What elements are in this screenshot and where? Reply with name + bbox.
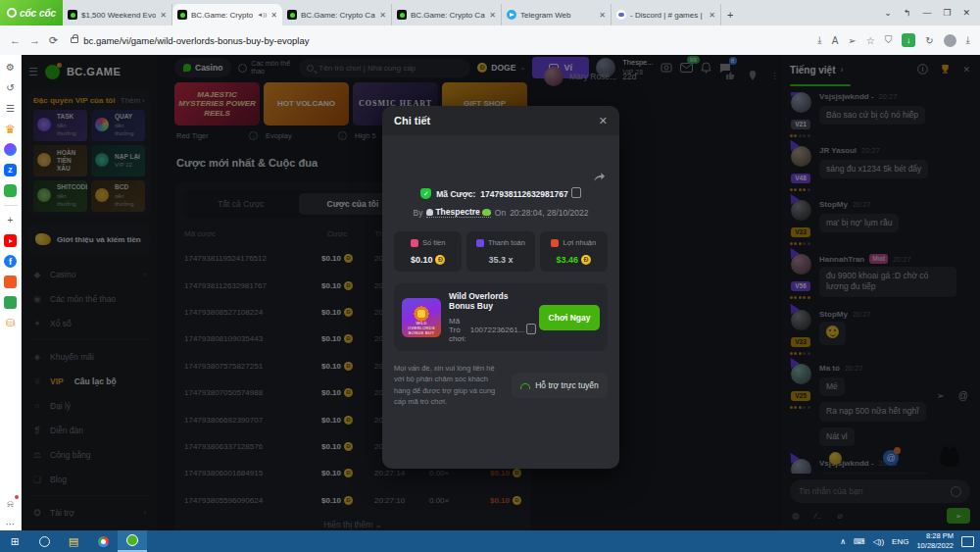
stat-profit: Lợi nhuận $3.46Ð: [540, 231, 608, 272]
network-icon[interactable]: ⌨: [854, 537, 865, 546]
coccoc-logo-icon: [7, 8, 17, 18]
green-app-icon[interactable]: [4, 296, 17, 309]
share-icon[interactable]: ➢: [848, 35, 856, 46]
tab-title: $1,500 Weekend Evoplay Mu: [81, 11, 156, 20]
browser-tab-6[interactable]: - Discord | # games | BC G✕: [612, 4, 721, 25]
adblock-shield-icon[interactable]: ⛉: [885, 34, 893, 46]
brand-label: cốc cốc: [20, 8, 56, 19]
add-shortcut-icon[interactable]: +: [4, 214, 17, 226]
amount-icon: [411, 239, 418, 247]
coin-icon: Ð: [581, 255, 591, 265]
copy-icon[interactable]: [528, 326, 531, 334]
on-label: On: [495, 208, 506, 218]
bcgame-favicon: [68, 10, 77, 20]
game-id-label: Mã Trò chơi:: [449, 317, 466, 343]
tab-title: BC.Game: Crypto Casino Gan: [411, 11, 485, 20]
window-minimize-button[interactable]: —: [922, 8, 931, 18]
youtube-icon[interactable]: [4, 234, 17, 247]
messenger-icon[interactable]: [4, 143, 17, 156]
browser-profile-avatar[interactable]: [944, 34, 956, 47]
bet-id-value: 1747938112632981767: [480, 189, 567, 199]
coccoc-download-icon[interactable]: ↓: [902, 33, 915, 47]
payout-icon: [476, 239, 484, 247]
coin-icon: Ð: [435, 255, 445, 265]
browser-tab-5[interactable]: Telegram Web✕: [502, 4, 612, 25]
reading-list-icon[interactable]: ☰: [4, 102, 17, 115]
window-maximize-button[interactable]: ❐: [943, 8, 951, 18]
game-card: WILD OVERLORDS BONUS BUY Wild Overlords …: [394, 283, 608, 351]
browser-tab-2-active[interactable]: BC.Game: Crypto Casino◄))✕: [172, 4, 282, 25]
telegram-favicon: [507, 10, 516, 20]
tab-close-icon[interactable]: ✕: [270, 11, 277, 20]
tab-title: BC.Game: Crypto Casino: [191, 11, 253, 20]
url-text[interactable]: bc.game/vi/game/wild-overlords-bonus-buy…: [83, 35, 309, 46]
copy-icon[interactable]: [573, 189, 581, 198]
notification-dot: [15, 495, 19, 499]
window-close-button[interactable]: ✕: [962, 8, 970, 18]
tab-close-icon[interactable]: ✕: [709, 11, 715, 20]
tab-audio-icon[interactable]: ◄)): [257, 12, 267, 18]
facebook-icon[interactable]: f: [4, 255, 17, 268]
browser-tab-1[interactable]: $1,500 Weekend Evoplay Mu✕: [63, 4, 172, 25]
shopping-cart-icon[interactable]: ⛁: [4, 317, 17, 329]
tab-close-icon[interactable]: ✕: [379, 11, 386, 20]
save-page-icon[interactable]: ⤓: [817, 34, 821, 46]
language-indicator[interactable]: ENG: [892, 537, 908, 546]
browser-tab-3[interactable]: BC.Game: Crypto Casino Gam✕: [282, 4, 392, 25]
game-id-value: 10072236261...: [470, 326, 525, 334]
bet-details-modal: Chi tiết ✕ ✓ Mã Cược: 174793811263298176…: [382, 106, 619, 469]
downloads-icon[interactable]: ⤓: [966, 34, 970, 46]
player-link[interactable]: Thespectre: [426, 207, 490, 218]
shopee-icon[interactable]: [4, 276, 17, 288]
coccoc-logo[interactable]: cốc cốc: [0, 0, 63, 25]
bcgame-favicon: [397, 10, 407, 20]
play-now-button[interactable]: Chơi Ngay: [539, 305, 600, 330]
start-button[interactable]: ⊞: [0, 530, 29, 552]
tab-title: BC.Game: Crypto Casino Gam: [301, 11, 375, 20]
zalo-icon[interactable]: Z: [4, 164, 17, 176]
translate-icon[interactable]: A: [832, 35, 839, 46]
action-center-icon[interactable]: [961, 536, 974, 547]
chrome-button[interactable]: [88, 530, 118, 552]
browser-tab-4[interactable]: BC.Game: Crypto Casino Gan✕: [392, 4, 502, 25]
game-thumbnail[interactable]: WILD OVERLORDS BONUS BUY: [402, 298, 441, 337]
tab-close-icon[interactable]: ✕: [160, 11, 167, 20]
game-title: Wild Overlords Bonus Buy: [449, 291, 531, 311]
modal-title: Chi tiết: [394, 115, 430, 126]
volume-icon[interactable]: ◁)): [873, 537, 884, 546]
file-explorer-button[interactable]: ▤: [59, 530, 88, 552]
reload-button[interactable]: ⟳: [49, 34, 58, 47]
lock-icon: [71, 37, 78, 43]
tab-close-icon[interactable]: ✕: [489, 11, 496, 20]
discord-favicon: [616, 10, 626, 20]
profit-icon: [551, 239, 559, 247]
settings-gear-icon[interactable]: ⚙: [4, 61, 17, 74]
taskbar-search-button[interactable]: [29, 530, 59, 552]
game-controller-icon[interactable]: [4, 184, 17, 197]
bookmark-star-icon[interactable]: ☆: [866, 35, 875, 46]
back-button[interactable]: ←: [10, 34, 21, 46]
tab-close-icon[interactable]: ✕: [599, 11, 606, 20]
history-icon[interactable]: ↺: [4, 81, 17, 94]
bet-id-label: Mã Cược:: [436, 189, 475, 199]
bcgame-favicon: [177, 10, 187, 20]
stat-amount: Số tiền $0.10Ð: [394, 231, 462, 272]
windows-taskbar: ⊞ ▤ ∧ ⌨ ◁)) ENG 8:28 PM10/28/2022: [0, 530, 980, 552]
tray-expand-icon[interactable]: ∧: [840, 537, 846, 546]
address-bar[interactable]: bc.game/vi/game/wild-overlords-bonus-buy…: [67, 35, 808, 46]
more-options-icon[interactable]: ⋯: [4, 518, 17, 530]
game-thumb-caption: WILD OVERLORDS BONUS BUY: [402, 321, 441, 335]
shortcut-icon[interactable]: ↰: [904, 8, 911, 18]
notification-bell-icon[interactable]: ⍾: [4, 497, 17, 510]
forward-button[interactable]: →: [29, 34, 40, 46]
taskbar-clock[interactable]: 8:28 PM10/28/2022: [916, 531, 954, 551]
modal-close-icon[interactable]: ✕: [599, 115, 608, 127]
modal-share-icon[interactable]: [593, 169, 606, 186]
bet-datetime: 20:28:04, 28/10/2022: [510, 208, 588, 218]
live-support-button[interactable]: Hỗ trợ trực tuyến: [512, 373, 608, 398]
tab-search-icon[interactable]: ⌄: [884, 8, 892, 18]
coccoc-taskbar-button[interactable]: [118, 530, 147, 552]
crown-icon[interactable]: ♛: [4, 123, 17, 135]
new-tab-button[interactable]: +: [727, 9, 733, 21]
sync-icon[interactable]: ↻: [925, 35, 933, 46]
